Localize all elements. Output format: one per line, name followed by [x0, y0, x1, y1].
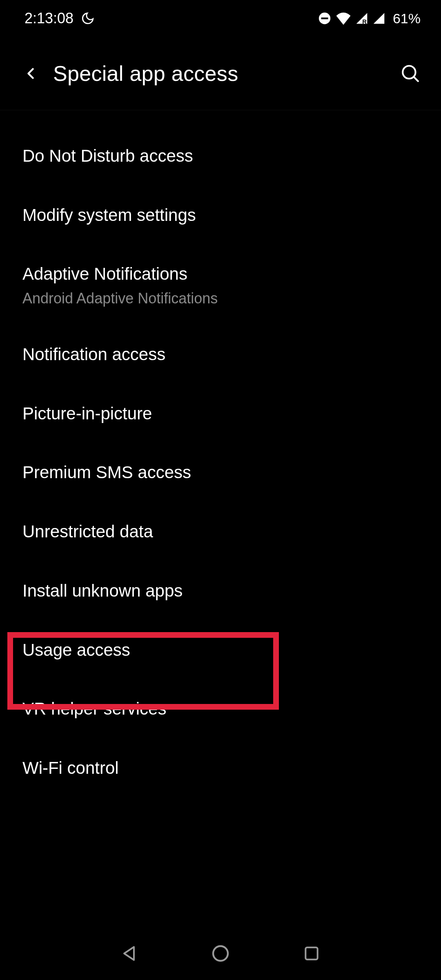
- item-premium-sms-access[interactable]: Premium SMS access: [0, 443, 441, 502]
- svg-rect-1: [321, 18, 328, 19]
- list-item-label: Notification access: [22, 343, 419, 366]
- svg-point-5: [213, 946, 228, 961]
- battery-text: 61%: [393, 11, 421, 27]
- page-title: Special app access: [53, 61, 396, 86]
- nav-recent-button[interactable]: [293, 935, 330, 972]
- item-install-unknown-apps[interactable]: Install unknown apps: [0, 561, 441, 621]
- list-item-label: VR helper services: [22, 697, 419, 721]
- list-item-label: Wi-Fi control: [22, 757, 419, 780]
- status-bar: 2:13:08 R 61%: [0, 0, 441, 37]
- settings-list: Do Not Disturb access Modify system sett…: [0, 110, 441, 798]
- list-item-label: Picture-in-picture: [22, 402, 419, 425]
- svg-line-4: [414, 77, 418, 81]
- svg-rect-6: [305, 947, 317, 959]
- item-notification-access[interactable]: Notification access: [0, 325, 441, 384]
- status-left: 2:13:08: [24, 10, 95, 27]
- back-button[interactable]: [16, 59, 45, 88]
- navigation-bar: [0, 927, 441, 980]
- item-unrestricted-data[interactable]: Unrestricted data: [0, 502, 441, 561]
- list-item-label: Premium SMS access: [22, 461, 419, 484]
- item-do-not-disturb[interactable]: Do Not Disturb access: [0, 127, 441, 186]
- status-right: R 61%: [318, 11, 421, 27]
- item-modify-system-settings[interactable]: Modify system settings: [0, 186, 441, 245]
- nav-back-button[interactable]: [111, 935, 148, 972]
- list-item-sublabel: Android Adaptive Notifications: [22, 290, 419, 307]
- list-item-label: Install unknown apps: [22, 579, 419, 603]
- status-time: 2:13:08: [24, 10, 74, 27]
- item-vr-helper-services[interactable]: VR helper services: [0, 679, 441, 739]
- signal-1-icon: R: [355, 12, 368, 25]
- search-button[interactable]: [396, 59, 425, 88]
- nav-home-button[interactable]: [202, 935, 239, 972]
- item-wifi-control[interactable]: Wi-Fi control: [0, 739, 441, 798]
- list-item-label: Do Not Disturb access: [22, 145, 419, 168]
- list-item-label: Usage access: [22, 639, 419, 662]
- list-item-label: Adaptive Notifications: [22, 263, 419, 286]
- svg-text:R: R: [362, 18, 367, 25]
- list-item-label: Modify system settings: [22, 204, 419, 227]
- dnd-circle-icon: [318, 11, 332, 25]
- list-item-label: Unrestricted data: [22, 520, 419, 543]
- signal-2-icon: [372, 12, 385, 25]
- dnd-moon-icon: [81, 11, 95, 25]
- app-bar: Special app access: [0, 37, 441, 110]
- wifi-icon: [336, 11, 351, 25]
- item-adaptive-notifications[interactable]: Adaptive Notifications Android Adaptive …: [0, 245, 441, 325]
- item-usage-access[interactable]: Usage access: [0, 621, 441, 680]
- item-picture-in-picture[interactable]: Picture-in-picture: [0, 384, 441, 443]
